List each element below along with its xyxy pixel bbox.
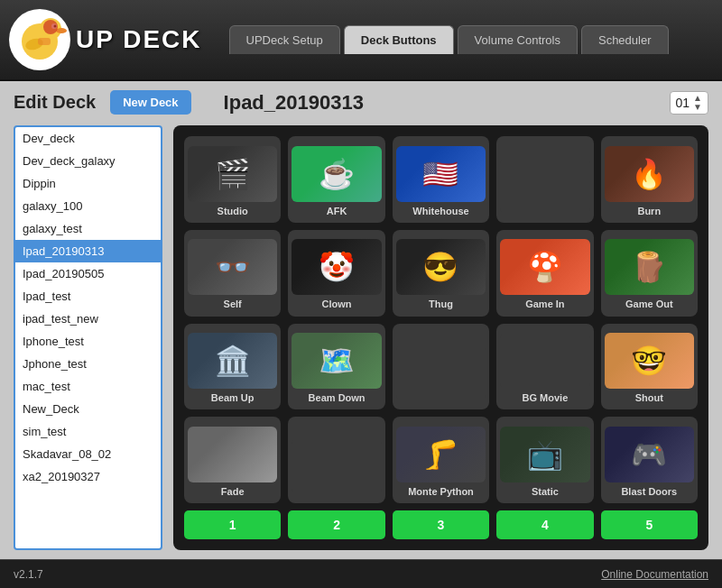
cell-label-montepython: Monte Python: [408, 486, 474, 498]
cell-image-bgmovie: [500, 333, 589, 389]
sidebar-item[interactable]: mac_test: [15, 375, 161, 398]
edit-bar: Edit Deck New Deck Ipad_20190313 01 ▲ ▼: [14, 90, 708, 115]
sidebar-item[interactable]: galaxy_test: [15, 217, 161, 240]
sidebar-item[interactable]: Dev_deck: [15, 127, 161, 150]
cell-image-shout: 🤓: [605, 333, 694, 389]
grid-cell-thug[interactable]: 😎Thug: [393, 230, 489, 317]
grid-cell-empty2[interactable]: [393, 324, 489, 410]
sidebar-item[interactable]: ipad_test_new: [15, 308, 161, 330]
grid-cell-self[interactable]: 👓Self: [184, 230, 281, 317]
svg-point-4: [56, 28, 67, 33]
new-deck-button[interactable]: New Deck: [110, 90, 190, 115]
cell-label-gamein: Game In: [525, 299, 564, 310]
cell-label-shout: Shout: [635, 392, 663, 404]
tab-updeck-setup[interactable]: UPDeck Setup: [229, 25, 340, 54]
sidebar-item[interactable]: Dev_deck_galaxy: [15, 150, 161, 172]
cell-label-beamup: Beam Up: [211, 392, 255, 404]
cell-label-afk: AFK: [327, 206, 347, 217]
svg-rect-7: [38, 38, 51, 45]
cell-image-empty2: [396, 345, 486, 400]
cell-image-beamdown: 🗺️: [292, 333, 381, 389]
cell-label-self: Self: [224, 299, 242, 310]
deck-name-area: Ipad_20190313 01 ▲ ▼: [224, 91, 708, 115]
header: UP DECK UPDeck Setup Deck Buttons Volume…: [0, 0, 722, 81]
grid-cell-burn[interactable]: 🔥Burn: [601, 136, 698, 223]
grid-cell-beamup[interactable]: 🏛️Beam Up: [184, 324, 281, 410]
cell-image-self: 👓: [188, 239, 277, 295]
sidebar-item[interactable]: Ipad_20190505: [15, 262, 161, 285]
main-content: Edit Deck New Deck Ipad_20190313 01 ▲ ▼ …: [0, 81, 722, 559]
grid-cell-shout[interactable]: 🤓Shout: [601, 324, 698, 410]
grid-cell-afk[interactable]: ☕AFK: [288, 136, 384, 223]
cell-label-burn: Burn: [637, 206, 661, 217]
page-button-5[interactable]: 5: [601, 510, 698, 539]
page-button-1[interactable]: 1: [184, 510, 281, 539]
logo-circle: [9, 9, 70, 70]
cell-label-whitehouse: Whitehouse: [412, 206, 468, 217]
grid-cell-empty3[interactable]: [288, 417, 384, 503]
sidebar-item[interactable]: xa2_20190327: [15, 465, 161, 488]
cell-image-static: 📺: [500, 427, 589, 482]
sidebar-item[interactable]: New_Deck: [15, 398, 161, 420]
page-button-2[interactable]: 2: [288, 510, 384, 539]
tab-scheduler[interactable]: Scheduler: [581, 25, 669, 54]
cell-image-whitehouse: 🇺🇸: [396, 146, 486, 202]
sidebar-item[interactable]: Dippin: [15, 172, 161, 195]
sidebar-item[interactable]: Iphone_test: [15, 330, 161, 353]
tab-volume-controls[interactable]: Volume Controls: [458, 25, 578, 54]
nav-tabs: UPDeck Setup Deck Buttons Volume Control…: [229, 25, 669, 54]
content-row: Dev_deckDev_deck_galaxyDippingalaxy_100g…: [14, 125, 708, 550]
page-button-4[interactable]: 4: [496, 510, 593, 539]
stepper-down-icon[interactable]: ▼: [693, 103, 702, 112]
grid-cell-blastdoors[interactable]: 🎮Blast Doors: [601, 417, 698, 503]
cell-image-fade: [188, 427, 277, 482]
page-buttons: 12345: [184, 510, 698, 539]
cell-image-empty3: [292, 438, 381, 494]
grid-cell-montepython[interactable]: 🦵Monte Python: [393, 417, 489, 503]
sidebar: Dev_deckDev_deck_galaxyDippingalaxy_100g…: [14, 125, 162, 550]
sidebar-item[interactable]: sim_test: [15, 420, 161, 443]
sidebar-item[interactable]: Jphone_test: [15, 353, 161, 375]
sidebar-item[interactable]: Ipad_test: [15, 285, 161, 308]
cell-image-empty1: [500, 158, 589, 214]
cell-image-gamein: 🍄: [500, 239, 589, 295]
grid-cell-beamdown[interactable]: 🗺️Beam Down: [288, 324, 384, 410]
cell-label-beamdown: Beam Down: [309, 392, 366, 404]
grid-cell-clown[interactable]: 🤡Clown: [288, 230, 384, 317]
cell-image-montepython: 🦵: [396, 427, 486, 482]
grid-cell-gameout[interactable]: 🪵Game Out: [601, 230, 698, 317]
cell-image-beamup: 🏛️: [188, 333, 277, 389]
logo-duck-svg: [13, 13, 67, 67]
stepper-up-icon[interactable]: ▲: [693, 94, 702, 103]
page-number: 01: [676, 96, 690, 110]
cell-label-gameout: Game Out: [625, 299, 673, 310]
page-stepper[interactable]: 01 ▲ ▼: [670, 91, 708, 115]
tab-deck-buttons[interactable]: Deck Buttons: [344, 25, 454, 54]
button-grid: 🎬Studio☕AFK🇺🇸Whitehouse🔥Burn👓Self🤡Clown😎…: [184, 136, 698, 503]
page-button-3[interactable]: 3: [393, 510, 489, 539]
online-docs-link[interactable]: Online Documentation: [601, 568, 708, 581]
cell-label-static: Static: [532, 486, 559, 498]
cell-label-fade: Fade: [221, 486, 245, 498]
sidebar-item[interactable]: galaxy_100: [15, 195, 161, 217]
cell-label-blastdoors: Blast Doors: [621, 486, 677, 498]
deck-area: 🎬Studio☕AFK🇺🇸Whitehouse🔥Burn👓Self🤡Clown😎…: [173, 125, 708, 550]
cell-label-studio: Studio: [218, 206, 248, 217]
cell-image-afk: ☕: [292, 146, 381, 202]
grid-cell-fade[interactable]: Fade: [184, 417, 281, 503]
svg-point-6: [43, 20, 58, 34]
grid-cell-bgmovie[interactable]: BG Movie: [496, 324, 593, 410]
grid-cell-empty1[interactable]: [496, 136, 593, 223]
sidebar-item[interactable]: Skadavar_08_02: [15, 443, 161, 465]
cell-image-studio: 🎬: [188, 146, 277, 202]
grid-cell-studio[interactable]: 🎬Studio: [184, 136, 281, 223]
grid-cell-whitehouse[interactable]: 🇺🇸Whitehouse: [393, 136, 489, 223]
grid-cell-gamein[interactable]: 🍄Game In: [496, 230, 593, 317]
cell-image-gameout: 🪵: [605, 239, 694, 295]
cell-label-bgmovie: BG Movie: [523, 392, 569, 404]
sidebar-item[interactable]: Ipad_20190313: [15, 240, 161, 262]
app-title: UP DECK: [76, 25, 202, 54]
grid-cell-static[interactable]: 📺Static: [496, 417, 593, 503]
cell-label-clown: Clown: [322, 299, 352, 310]
stepper-arrows[interactable]: ▲ ▼: [693, 94, 702, 112]
